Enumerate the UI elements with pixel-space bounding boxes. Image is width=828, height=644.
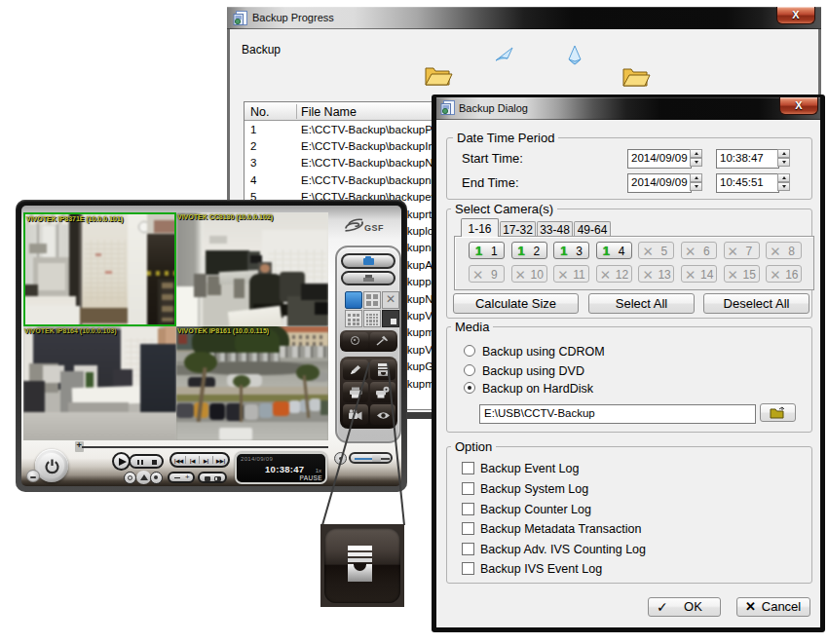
svg-text:GSF: GSF [364, 223, 384, 233]
